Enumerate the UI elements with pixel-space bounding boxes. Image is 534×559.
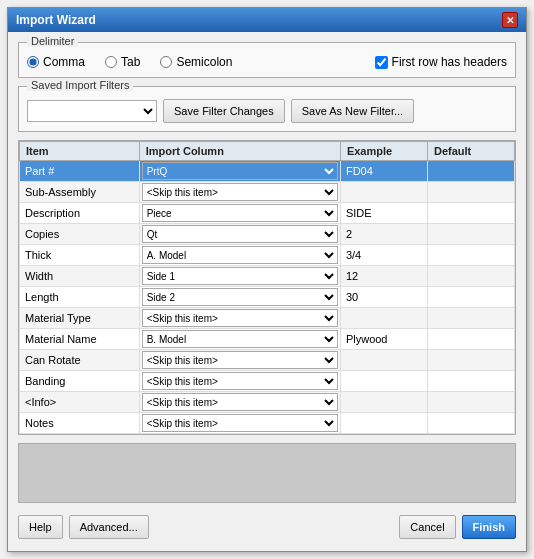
import-column-select[interactable]: <Skip this item> <box>142 183 338 201</box>
filter-dropdown[interactable] <box>27 100 157 122</box>
cell-import[interactable]: Side 1 <box>139 266 340 287</box>
cell-default <box>427 371 514 392</box>
cell-example: 12 <box>340 266 427 287</box>
cell-import[interactable]: <Skip this item> <box>139 182 340 203</box>
cell-item: Length <box>20 287 140 308</box>
cell-item: Notes <box>20 413 140 434</box>
import-column-select[interactable]: Piece <box>142 204 338 222</box>
cell-import[interactable]: <Skip this item> <box>139 371 340 392</box>
mapping-table: Item Import Column Example Default Part … <box>19 141 515 434</box>
save-filter-changes-button[interactable]: Save Filter Changes <box>163 99 285 123</box>
help-button[interactable]: Help <box>18 515 63 539</box>
cell-item: Copies <box>20 224 140 245</box>
cell-item: Width <box>20 266 140 287</box>
radio-comma-label: Comma <box>43 55 85 69</box>
radio-comma[interactable]: Comma <box>27 55 85 69</box>
table-row: Material NameB. ModelPlywood <box>20 329 515 350</box>
import-column-select[interactable]: <Skip this item> <box>142 393 338 411</box>
import-column-select[interactable]: B. Model <box>142 330 338 348</box>
title-bar: Import Wizard ✕ <box>8 8 526 32</box>
cell-import[interactable]: B. Model <box>139 329 340 350</box>
table-row: Notes<Skip this item> <box>20 413 515 434</box>
table-row: WidthSide 112 <box>20 266 515 287</box>
cell-import[interactable]: A. Model <box>139 245 340 266</box>
cell-import[interactable]: <Skip this item> <box>139 308 340 329</box>
import-column-select[interactable]: <Skip this item> <box>142 309 338 327</box>
import-column-select[interactable]: A. Model <box>142 246 338 264</box>
cell-example <box>340 182 427 203</box>
first-row-checkbox-item[interactable]: First row has headers <box>375 55 507 69</box>
cell-default <box>427 182 514 203</box>
finish-button[interactable]: Finish <box>462 515 516 539</box>
cell-item: Part # <box>20 161 140 182</box>
cell-default <box>427 266 514 287</box>
import-column-select[interactable]: Side 2 <box>142 288 338 306</box>
table-row: Sub-Assembly<Skip this item> <box>20 182 515 203</box>
cell-item: Thick <box>20 245 140 266</box>
cell-item: Sub-Assembly <box>20 182 140 203</box>
window-title: Import Wizard <box>16 13 96 27</box>
table-row: DescriptionPieceSIDE <box>20 203 515 224</box>
import-column-select[interactable]: <Skip this item> <box>142 414 338 432</box>
cell-import[interactable]: Side 2 <box>139 287 340 308</box>
cell-item: Material Type <box>20 308 140 329</box>
cell-import[interactable]: <Skip this item> <box>139 392 340 413</box>
saved-filters-label: Saved Import Filters <box>27 79 133 91</box>
cell-example <box>340 413 427 434</box>
radio-tab[interactable]: Tab <box>105 55 140 69</box>
cell-default <box>427 308 514 329</box>
import-column-select[interactable]: <Skip this item> <box>142 372 338 390</box>
close-button[interactable]: ✕ <box>502 12 518 28</box>
cell-example: 2 <box>340 224 427 245</box>
cell-default <box>427 329 514 350</box>
import-column-select[interactable]: PrtQ <box>142 162 338 180</box>
cell-default <box>427 245 514 266</box>
cell-example <box>340 392 427 413</box>
table-row: Can Rotate<Skip this item> <box>20 350 515 371</box>
cancel-button[interactable]: Cancel <box>399 515 455 539</box>
cell-example <box>340 371 427 392</box>
header-default: Default <box>427 142 514 161</box>
header-item: Item <box>20 142 140 161</box>
table-row: ThickA. Model3/4 <box>20 245 515 266</box>
cell-example: SIDE <box>340 203 427 224</box>
cell-item: Material Name <box>20 329 140 350</box>
cell-default <box>427 392 514 413</box>
radio-tab-input[interactable] <box>105 56 117 68</box>
gray-area <box>18 443 516 503</box>
import-column-select[interactable]: Qt <box>142 225 338 243</box>
radio-comma-input[interactable] <box>27 56 39 68</box>
advanced-button[interactable]: Advanced... <box>69 515 149 539</box>
table-row: CopiesQt2 <box>20 224 515 245</box>
save-as-new-filter-button[interactable]: Save As New Filter... <box>291 99 414 123</box>
cell-example: 30 <box>340 287 427 308</box>
cell-item: <Info> <box>20 392 140 413</box>
cell-default <box>427 224 514 245</box>
table-row: LengthSide 230 <box>20 287 515 308</box>
cell-default <box>427 287 514 308</box>
cell-import[interactable]: PrtQ <box>139 161 340 182</box>
radio-semicolon[interactable]: Semicolon <box>160 55 232 69</box>
cell-import[interactable]: <Skip this item> <box>139 413 340 434</box>
import-column-select[interactable]: Side 1 <box>142 267 338 285</box>
cell-import[interactable]: Qt <box>139 224 340 245</box>
cell-default <box>427 161 514 182</box>
cell-example: Plywood <box>340 329 427 350</box>
table-header-row: Item Import Column Example Default <box>20 142 515 161</box>
mapping-table-container: Item Import Column Example Default Part … <box>18 140 516 435</box>
cell-import[interactable]: Piece <box>139 203 340 224</box>
cell-default <box>427 203 514 224</box>
header-example: Example <box>340 142 427 161</box>
radio-semicolon-input[interactable] <box>160 56 172 68</box>
delimiter-group: Delimiter Comma Tab Semicolon First row … <box>18 42 516 78</box>
cell-import[interactable]: <Skip this item> <box>139 350 340 371</box>
cell-item: Can Rotate <box>20 350 140 371</box>
import-column-select[interactable]: <Skip this item> <box>142 351 338 369</box>
cell-example <box>340 308 427 329</box>
import-wizard-window: Import Wizard ✕ Delimiter Comma Tab Semi… <box>7 7 527 552</box>
first-row-checkbox[interactable] <box>375 56 388 69</box>
cell-item: Description <box>20 203 140 224</box>
cell-example: 3/4 <box>340 245 427 266</box>
first-row-label: First row has headers <box>392 55 507 69</box>
table-row: Part #PrtQFD04 <box>20 161 515 182</box>
